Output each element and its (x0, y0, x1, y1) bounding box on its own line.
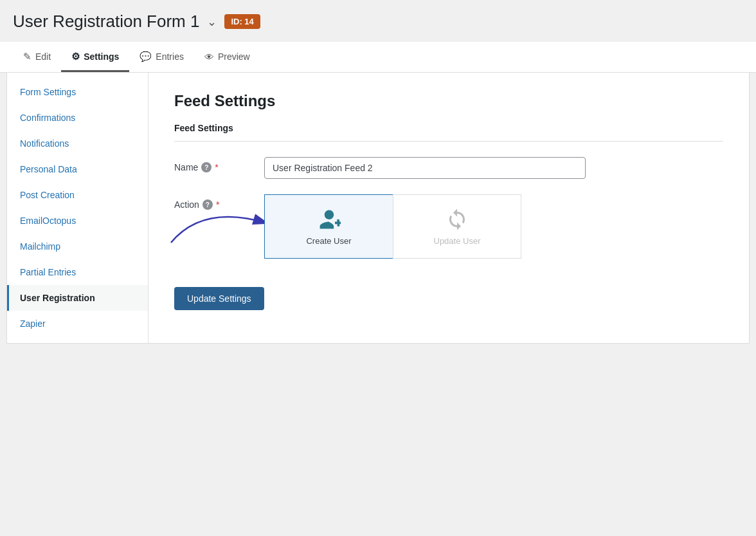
action-help-icon[interactable]: ? (203, 199, 213, 210)
name-field-row: Name ? * (174, 157, 723, 179)
sidebar-item-email-octopus[interactable]: EmailOctopus (7, 208, 148, 234)
action-card-create-user[interactable]: Create User (264, 194, 393, 259)
sidebar-item-notifications[interactable]: Notifications (7, 131, 148, 156)
action-required: * (216, 199, 219, 210)
action-card-update-user[interactable]: Update User (393, 194, 521, 259)
tab-settings-label: Settings (84, 51, 119, 62)
update-settings-button[interactable]: Update Settings (174, 287, 264, 310)
preview-icon: 👁 (204, 51, 214, 62)
sidebar-item-personal-data[interactable]: Personal Data (7, 156, 148, 182)
sidebar-item-form-settings[interactable]: Form Settings (7, 79, 148, 105)
name-label: Name ? * (174, 157, 251, 172)
sidebar-item-user-registration[interactable]: User Registration (7, 285, 148, 311)
sidebar-item-partial-entries[interactable]: Partial Entries (7, 259, 148, 285)
content-area: Feed Settings Feed Settings Name ? * Act… (148, 73, 749, 343)
create-user-label: Create User (306, 236, 351, 246)
create-user-icon (318, 208, 341, 231)
action-field-row: Action ? * (174, 194, 723, 259)
update-user-label: Update User (434, 236, 481, 246)
tab-edit-label: Edit (35, 51, 51, 62)
tab-entries[interactable]: 💬 Entries (129, 42, 194, 72)
section-label: Feed Settings (174, 123, 723, 142)
sidebar: Form Settings Confirmations Notification… (7, 73, 148, 343)
page-title: Feed Settings (174, 92, 723, 110)
name-help-icon[interactable]: ? (201, 162, 212, 172)
tabs-bar: ✎ Edit ⚙ Settings 💬 Entries 👁 Preview (0, 42, 756, 73)
tab-preview[interactable]: 👁 Preview (194, 42, 260, 72)
sidebar-item-mailchimp[interactable]: Mailchimp (7, 234, 148, 259)
sidebar-item-confirmations[interactable]: Confirmations (7, 105, 148, 131)
action-cards: Create User Update User (264, 194, 521, 259)
name-required: * (215, 162, 218, 172)
action-label: Action ? * (174, 194, 251, 210)
update-user-icon (446, 208, 469, 231)
form-dropdown-button[interactable]: ⌄ (207, 15, 217, 29)
sidebar-item-zapier[interactable]: Zapier (7, 311, 148, 337)
name-input[interactable] (264, 157, 586, 179)
sidebar-item-post-creation[interactable]: Post Creation (7, 182, 148, 208)
tab-edit[interactable]: ✎ Edit (13, 42, 61, 72)
edit-icon: ✎ (23, 51, 32, 62)
form-title: User Registration Form 1 (13, 12, 199, 32)
tab-preview-label: Preview (218, 51, 250, 62)
form-id-badge: ID: 14 (224, 14, 260, 29)
tab-settings[interactable]: ⚙ Settings (61, 42, 129, 72)
entries-icon: 💬 (140, 51, 152, 62)
settings-icon: ⚙ (71, 51, 80, 62)
tab-entries-label: Entries (156, 51, 184, 62)
